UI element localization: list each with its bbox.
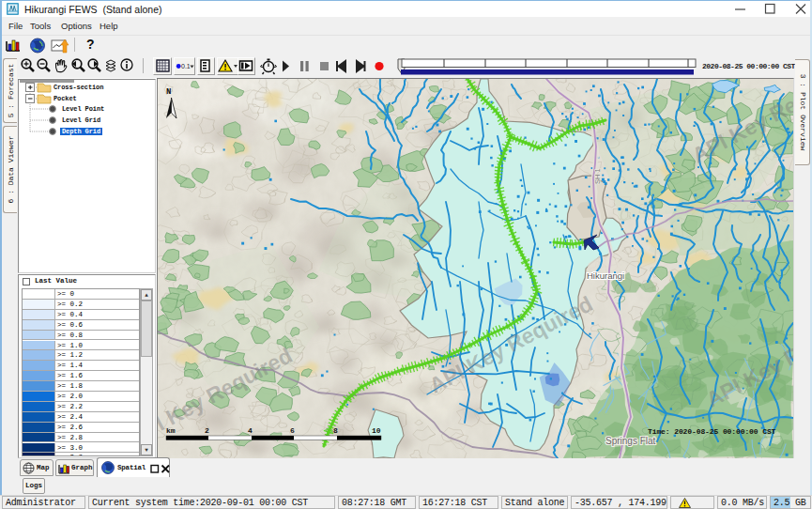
svg-text:2: 2 — [205, 426, 209, 435]
svg-text:N: N — [166, 87, 171, 97]
svg-text:4: 4 — [248, 426, 253, 435]
svg-text:SH 1: SH 1 — [593, 168, 602, 184]
svg-text:8: 8 — [333, 426, 338, 435]
svg-text:10: 10 — [372, 426, 381, 435]
svg-text:Hikurangi: Hikurangi — [587, 270, 624, 281]
svg-text:km: km — [166, 426, 176, 435]
svg-text:Springs Flat: Springs Flat — [605, 436, 656, 446]
svg-text:6: 6 — [290, 426, 295, 435]
svg-text:Time: 2020-08-25 00:00:00 CST: Time: 2020-08-25 00:00:00 CST — [648, 427, 776, 436]
svg-text:0.1: 0.1 — [181, 63, 191, 69]
